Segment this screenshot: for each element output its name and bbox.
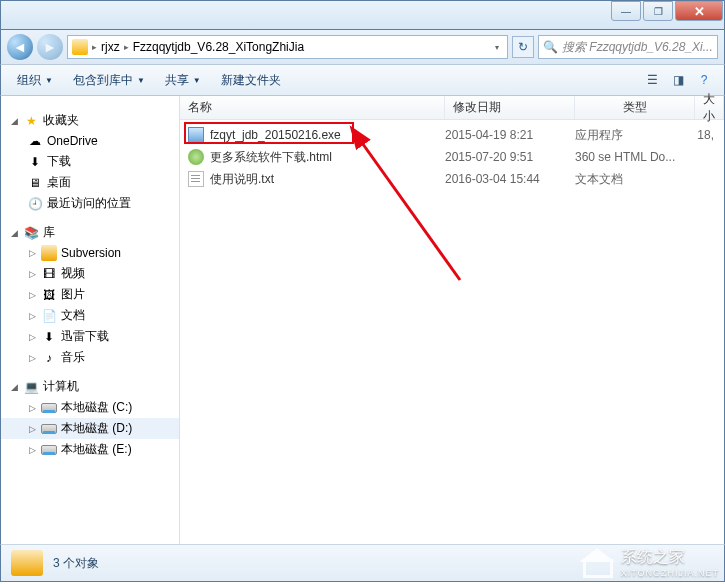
watermark: 系统之家 XITONGZHIJIA.NET: [581, 547, 719, 578]
chevron-right-icon: ▸: [92, 42, 97, 52]
share-button[interactable]: 共享▼: [157, 69, 209, 92]
organize-button[interactable]: 组织▼: [9, 69, 61, 92]
chevron-down-icon: ▼: [137, 76, 145, 85]
preview-pane-button[interactable]: ◨: [666, 69, 690, 91]
new-folder-button[interactable]: 新建文件夹: [213, 69, 289, 92]
chevron-down-icon[interactable]: ▾: [491, 43, 503, 52]
minimize-button[interactable]: —: [611, 1, 641, 21]
sidebar-favorites[interactable]: ◢★收藏夹: [1, 110, 179, 131]
address-bar-row: ◄ ► ▸ rjxz ▸ Fzzqqytjdb_V6.28_XiTongZhiJ…: [0, 30, 725, 64]
file-list-area: 名称 修改日期 类型 大小 fzqyt_jdb_20150216.exe 201…: [180, 96, 724, 544]
music-icon: ♪: [41, 350, 57, 366]
column-headers: 名称 修改日期 类型 大小: [180, 96, 724, 120]
breadcrumb-item[interactable]: rjxz: [101, 40, 120, 54]
library-icon: 📚: [23, 225, 39, 241]
download-icon: ⬇: [27, 154, 43, 170]
status-text: 3 个对象: [53, 555, 99, 572]
window-titlebar: — ❐ ✕: [0, 0, 725, 30]
search-icon: 🔍: [543, 40, 558, 54]
column-date[interactable]: 修改日期: [445, 96, 575, 119]
sidebar-drive-e[interactable]: ▷本地磁盘 (E:): [1, 439, 179, 460]
download-icon: ⬇: [41, 329, 57, 345]
column-type[interactable]: 类型: [575, 96, 695, 119]
file-list: fzqyt_jdb_20150216.exe 2015-04-19 8:21 应…: [180, 120, 724, 544]
search-input[interactable]: 🔍 搜索 Fzzqqytjdb_V6.28_Xi...: [538, 35, 718, 59]
sidebar-drive-c[interactable]: ▷本地磁盘 (C:): [1, 397, 179, 418]
watermark-url: XITONGZHIJIA.NET: [621, 568, 719, 578]
sidebar-xunlei[interactable]: ▷⬇迅雷下载: [1, 326, 179, 347]
sidebar-desktop[interactable]: 🖥桌面: [1, 172, 179, 193]
refresh-button[interactable]: ↻: [512, 36, 534, 58]
chevron-down-icon: ▼: [45, 76, 53, 85]
recent-icon: 🕘: [27, 196, 43, 212]
drive-icon: [41, 445, 57, 455]
folder-icon: [72, 39, 88, 55]
exe-icon: [188, 127, 204, 143]
chevron-right-icon: ▸: [124, 42, 129, 52]
document-icon: 📄: [41, 308, 57, 324]
include-in-library-button[interactable]: 包含到库中▼: [65, 69, 153, 92]
file-row[interactable]: 更多系统软件下载.html 2015-07-20 9:51 360 se HTM…: [180, 146, 724, 168]
sidebar-computer[interactable]: ◢💻计算机: [1, 376, 179, 397]
watermark-brand: 系统之家: [621, 547, 719, 568]
sidebar-libraries[interactable]: ◢📚库: [1, 222, 179, 243]
file-row[interactable]: fzqyt_jdb_20150216.exe 2015-04-19 8:21 应…: [180, 124, 724, 146]
cloud-icon: ☁: [27, 133, 43, 149]
sidebar-documents[interactable]: ▷📄文档: [1, 305, 179, 326]
address-bar[interactable]: ▸ rjxz ▸ Fzzqqytjdb_V6.28_XiTongZhiJia ▾: [67, 35, 508, 59]
breadcrumb-item[interactable]: Fzzqqytjdb_V6.28_XiTongZhiJia: [133, 40, 304, 54]
help-button[interactable]: ?: [692, 69, 716, 91]
nav-back-button[interactable]: ◄: [7, 34, 33, 60]
main-content: ◢★收藏夹 ☁OneDrive ⬇下载 🖥桌面 🕘最近访问的位置 ◢📚库 ▷Su…: [0, 96, 725, 544]
column-size[interactable]: 大小: [695, 96, 724, 119]
search-placeholder: 搜索 Fzzqqytjdb_V6.28_Xi...: [562, 39, 713, 56]
column-name[interactable]: 名称: [180, 96, 445, 119]
command-toolbar: 组织▼ 包含到库中▼ 共享▼ 新建文件夹 ☰ ◨ ?: [0, 64, 725, 96]
desktop-icon: 🖥: [27, 175, 43, 191]
drive-icon: [41, 424, 57, 434]
sidebar-downloads[interactable]: ⬇下载: [1, 151, 179, 172]
sidebar-music[interactable]: ▷♪音乐: [1, 347, 179, 368]
sidebar-subversion[interactable]: ▷Subversion: [1, 243, 179, 263]
close-button[interactable]: ✕: [675, 1, 723, 21]
html-icon: [188, 149, 204, 165]
sidebar-pictures[interactable]: ▷🖼图片: [1, 284, 179, 305]
sidebar-videos[interactable]: ▷🎞视频: [1, 263, 179, 284]
file-row[interactable]: 使用说明.txt 2016-03-04 15:44 文本文档: [180, 168, 724, 190]
house-icon: [581, 548, 615, 578]
txt-icon: [188, 171, 204, 187]
folder-icon: [11, 550, 43, 576]
drive-icon: [41, 403, 57, 413]
video-icon: 🎞: [41, 266, 57, 282]
picture-icon: 🖼: [41, 287, 57, 303]
chevron-down-icon: ▼: [193, 76, 201, 85]
view-options-button[interactable]: ☰: [640, 69, 664, 91]
navigation-sidebar: ◢★收藏夹 ☁OneDrive ⬇下载 🖥桌面 🕘最近访问的位置 ◢📚库 ▷Su…: [1, 96, 180, 544]
nav-forward-button[interactable]: ►: [37, 34, 63, 60]
computer-icon: 💻: [23, 379, 39, 395]
folder-icon: [41, 245, 57, 261]
maximize-button[interactable]: ❐: [643, 1, 673, 21]
sidebar-recent[interactable]: 🕘最近访问的位置: [1, 193, 179, 214]
sidebar-onedrive[interactable]: ☁OneDrive: [1, 131, 179, 151]
sidebar-drive-d[interactable]: ▷本地磁盘 (D:): [1, 418, 179, 439]
star-icon: ★: [23, 113, 39, 129]
